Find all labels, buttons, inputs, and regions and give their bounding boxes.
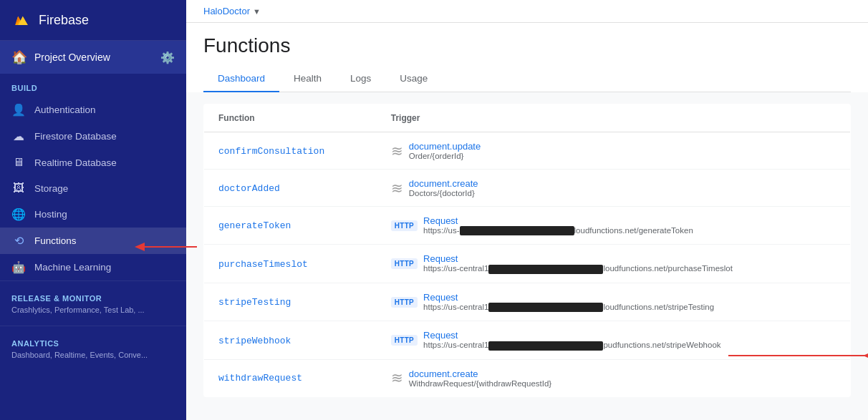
trigger-type: document.update <box>409 141 481 152</box>
trigger-type: Request <box>423 292 714 303</box>
trigger-cell: ≋document.updateOrder/{orderId} <box>377 132 851 170</box>
function-name: confirmConsultation <box>218 146 324 157</box>
trigger-url: https://us-central1pudfunctions.net/stri… <box>423 341 721 350</box>
redacted-url-block <box>488 341 603 351</box>
trigger-info: Requesthttps://us-central1loudfunctions.… <box>423 253 733 273</box>
settings-icon[interactable]: ⚙️ <box>160 51 175 64</box>
table-row: doctorAdded≋document.createDoctors/{doct… <box>204 170 851 207</box>
trigger-info: document.createDoctors/{doctorId} <box>409 178 478 197</box>
http-badge: HTTP <box>391 220 418 231</box>
function-name-cell[interactable]: purchaseTimeslot <box>204 245 377 283</box>
sidebar-item-firestore-label: Firestore Database <box>34 131 175 142</box>
table-body: confirmConsultation≋document.updateOrder… <box>204 132 851 397</box>
content-area: Function Trigger confirmConsultation≋doc… <box>186 92 868 420</box>
redacted-url-block <box>488 303 603 312</box>
storage-icon: 🖼 <box>11 182 26 195</box>
table-row: confirmConsultation≋document.updateOrder… <box>204 132 851 170</box>
project-overview-label: Project Overview <box>34 52 110 63</box>
table-row: withdrawRequest≋document.createWithdrawR… <box>204 359 851 396</box>
trigger-info: document.createWithdrawRequest/{withdraw… <box>409 368 551 388</box>
trigger-type: Request <box>423 253 733 264</box>
trigger-url: https://us-central1loudfunctions.net/str… <box>423 303 714 312</box>
firestore-icon: ☁ <box>11 130 26 143</box>
project-name[interactable]: HaloDoctor ▼ <box>203 6 261 16</box>
trigger-info: document.updateOrder/{orderId} <box>409 141 481 160</box>
sidebar-item-ml[interactable]: 🤖 Machine Learning <box>0 254 186 280</box>
sidebar-item-hosting-label: Hosting <box>34 209 175 220</box>
trigger-type: document.create <box>409 368 551 379</box>
http-badge: HTTP <box>391 297 418 308</box>
analytics-section: Analytics Dashboard, Realtime, Events, C… <box>0 326 186 371</box>
sidebar-item-storage-label: Storage <box>34 183 175 194</box>
release-monitor-sub: Crashlytics, Performance, Test Lab, ... <box>0 306 186 320</box>
sidebar-item-authentication[interactable]: 👤 Authentication <box>0 97 186 123</box>
http-badge: HTTP <box>391 258 418 269</box>
project-overview-item[interactable]: 🏠 Project Overview ⚙️ <box>0 41 186 74</box>
sidebar-item-realtime[interactable]: 🖥 Realtime Database <box>0 150 186 175</box>
sidebar-item-realtime-label: Realtime Database <box>34 157 175 168</box>
hosting-icon: 🌐 <box>11 207 26 221</box>
table-header: Function Trigger <box>204 104 851 132</box>
redacted-url-block <box>488 265 603 274</box>
trigger-cell: HTTPRequesthttps://us-central1pudfunctio… <box>377 321 851 359</box>
function-name: stripeTesting <box>218 297 291 308</box>
sidebar-item-firestore[interactable]: ☁ Firestore Database <box>0 123 186 150</box>
table-row: purchaseTimeslotHTTPRequesthttps://us-ce… <box>204 245 851 283</box>
trigger-path: WithdrawRequest/{withdrawRequestId} <box>409 379 551 388</box>
trigger-cell: HTTPRequesthttps://us-central1loudfuncti… <box>377 245 851 283</box>
tab-dashboard[interactable]: Dashboard <box>203 66 279 92</box>
sidebar-item-ml-label: Machine Learning <box>34 262 175 273</box>
function-name-cell[interactable]: withdrawRequest <box>204 359 377 396</box>
http-badge: HTTP <box>391 335 418 346</box>
function-name-cell[interactable]: confirmConsultation <box>204 132 377 170</box>
firestore-trigger-icon: ≋ <box>391 142 403 160</box>
topbar: HaloDoctor ▼ <box>186 0 868 23</box>
tabs-bar: Dashboard Health Logs Usage <box>203 66 851 92</box>
main-content: HaloDoctor ▼ Functions Dashboard Health … <box>186 0 868 420</box>
trigger-path: Doctors/{doctorId} <box>409 189 478 197</box>
tab-usage[interactable]: Usage <box>385 66 442 92</box>
col-function: Function <box>204 104 377 132</box>
page-title: Functions <box>203 34 851 57</box>
ml-icon: 🤖 <box>11 260 26 274</box>
build-section-label: Build <box>0 74 186 97</box>
redacted-url-block <box>460 226 574 235</box>
trigger-path: Order/{orderId} <box>409 152 481 160</box>
sidebar-item-functions[interactable]: ⟲ Functions <box>0 228 186 254</box>
sidebar-item-functions-label: Functions <box>34 235 175 246</box>
sidebar-item-storage[interactable]: 🖼 Storage <box>0 175 186 201</box>
firestore-trigger-icon: ≋ <box>391 180 403 197</box>
trigger-info: Requesthttps://us-loudfunctions.net/gene… <box>423 215 693 235</box>
project-dropdown-icon[interactable]: ▼ <box>253 7 261 16</box>
analytics-label: Analytics <box>0 332 186 351</box>
trigger-info: Requesthttps://us-central1pudfunctions.n… <box>423 330 721 350</box>
trigger-type: Request <box>423 330 721 341</box>
functions-table: Function Trigger confirmConsultation≋doc… <box>203 104 851 397</box>
trigger-type: Request <box>423 215 693 226</box>
trigger-cell: HTTPRequesthttps://us-central1loudfuncti… <box>377 283 851 321</box>
firestore-trigger-icon: ≋ <box>391 369 403 386</box>
home-icon: 🏠 <box>11 49 27 65</box>
analytics-sub: Dashboard, Realtime, Events, Conve... <box>0 351 186 365</box>
tab-logs[interactable]: Logs <box>336 66 385 92</box>
tab-health[interactable]: Health <box>279 66 336 92</box>
functions-icon: ⟲ <box>11 234 26 248</box>
function-name-cell[interactable]: generateToken <box>204 207 377 245</box>
sidebar-item-authentication-label: Authentication <box>34 104 175 115</box>
function-name-cell[interactable]: stripeTesting <box>204 283 377 321</box>
col-trigger: Trigger <box>377 104 851 132</box>
table-row: generateTokenHTTPRequesthttps://us-loudf… <box>204 207 851 245</box>
authentication-icon: 👤 <box>11 103 26 117</box>
trigger-cell: ≋document.createDoctors/{doctorId} <box>377 170 851 207</box>
function-name-cell[interactable]: stripeWebhook <box>204 321 377 359</box>
release-monitor-section: Release & Monitor Crashlytics, Performan… <box>0 280 186 326</box>
trigger-url: https://us-loudfunctions.net/generateTok… <box>423 226 693 235</box>
sidebar-item-hosting[interactable]: 🌐 Hosting <box>0 201 186 228</box>
function-name: stripeWebhook <box>218 336 291 346</box>
page-header: Functions Dashboard Health Logs Usage <box>186 23 868 92</box>
function-name: withdrawRequest <box>218 373 302 384</box>
project-name-text: HaloDoctor <box>203 6 250 16</box>
trigger-url: https://us-central1loudfunctions.net/pur… <box>423 264 733 273</box>
function-name-cell[interactable]: doctorAdded <box>204 170 377 207</box>
trigger-cell: HTTPRequesthttps://us-loudfunctions.net/… <box>377 207 851 245</box>
